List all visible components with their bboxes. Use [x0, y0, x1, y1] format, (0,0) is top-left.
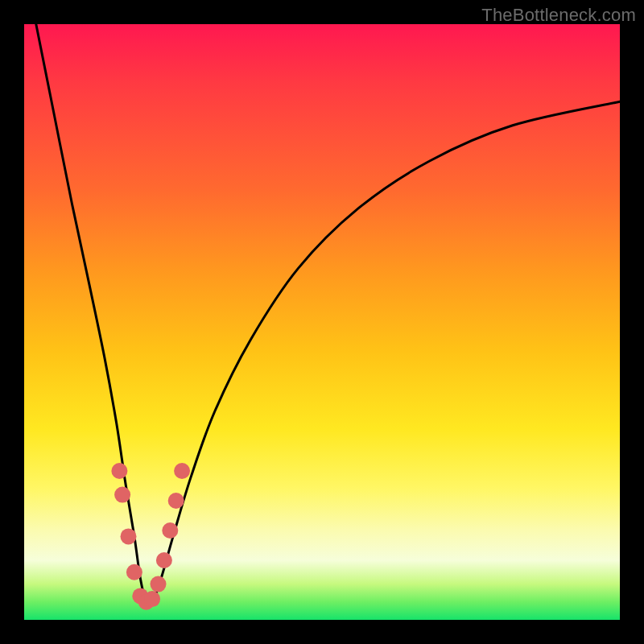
bottleneck-curve [36, 24, 620, 605]
watermark-text: TheBottleneck.com [481, 5, 636, 26]
highlight-dot [111, 463, 127, 479]
highlight-dot [144, 591, 160, 607]
highlight-dot [168, 493, 184, 509]
highlight-dot [126, 564, 142, 580]
chart-frame: TheBottleneck.com [0, 0, 644, 644]
highlight-dot [174, 463, 190, 479]
highlight-dot [156, 552, 172, 568]
curve-svg [24, 24, 620, 620]
plot-area [24, 24, 620, 620]
highlight-dot [162, 522, 178, 539]
highlight-dot [114, 487, 130, 503]
highlight-dot [151, 576, 167, 592]
highlight-dot [121, 528, 137, 544]
highlight-dots [111, 463, 190, 610]
